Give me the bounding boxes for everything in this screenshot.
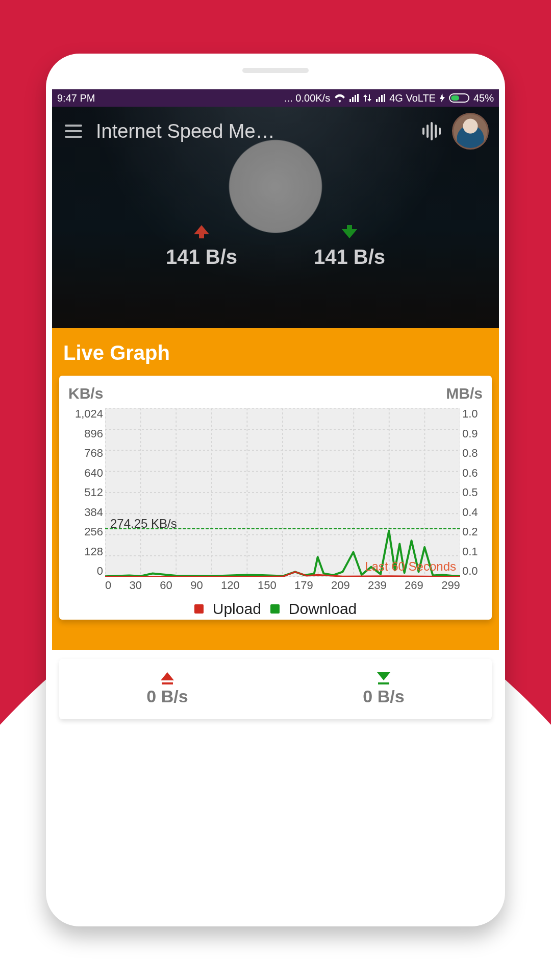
phone-screen: 9:47 PM ... 0.00K/s 4G VoLTE <box>52 89 499 911</box>
phone-speaker <box>242 68 309 73</box>
last-window-label: Last 60 Seconds <box>365 559 456 574</box>
bottom-download: 0 B/s <box>276 659 492 719</box>
signal2-icon <box>376 94 385 102</box>
reference-line <box>105 528 460 529</box>
data-arrows-icon <box>363 93 372 103</box>
charging-icon <box>440 93 445 103</box>
battery-icon <box>449 93 469 103</box>
avatar-button[interactable] <box>452 113 489 150</box>
current-download-value: 141 B/s <box>314 246 385 268</box>
current-download: 141 B/s <box>314 225 385 268</box>
chart-card: KB/s MB/s 1,0248967686405123842561280 1.… <box>59 376 492 620</box>
upload-arrow-icon <box>194 225 209 240</box>
current-upload: 141 B/s <box>166 225 237 268</box>
status-network-label: 4G VoLTE <box>389 92 436 104</box>
current-upload-value: 141 B/s <box>166 246 237 268</box>
os-status-bar: 9:47 PM ... 0.00K/s 4G VoLTE <box>52 89 499 107</box>
chart-legend: Upload Download <box>66 592 485 618</box>
app-title: Internet Speed Me… <box>96 120 411 142</box>
app-bar: Internet Speed Me… <box>52 107 499 156</box>
bottom-speed-card: 0 B/s 0 B/s <box>59 659 492 719</box>
live-graph-section: Live Graph KB/s MB/s 1,02489676864051238… <box>52 328 499 650</box>
wifi-icon <box>334 93 345 103</box>
right-axis-title: MB/s <box>446 385 483 402</box>
left-axis-title: KB/s <box>68 385 103 402</box>
phone-frame: 9:47 PM ... 0.00K/s 4G VoLTE <box>46 54 505 926</box>
section-title: Live Graph <box>52 328 499 376</box>
download-arrow-icon <box>342 225 357 240</box>
bottom-upload-value: 0 B/s <box>146 687 188 706</box>
status-netspeed: ... 0.00K/s <box>284 92 330 104</box>
download-mini-icon <box>377 672 390 684</box>
bottom-upload: 0 B/s <box>59 659 276 719</box>
upload-mini-icon <box>161 672 174 684</box>
bottom-download-value: 0 B/s <box>363 687 404 706</box>
hero-header: Internet Speed Me… 141 B/s 141 B/s <box>52 107 499 328</box>
chart-plot: 1,0248967686405123842561280 1.00.90.80.6… <box>66 408 485 577</box>
legend-download-label: Download <box>289 600 357 618</box>
legend-upload-swatch <box>194 604 204 614</box>
equalizer-icon[interactable] <box>422 122 441 140</box>
status-time: 9:47 PM <box>57 92 95 104</box>
legend-upload-label: Upload <box>213 600 261 618</box>
menu-button[interactable] <box>62 120 85 142</box>
current-speeds: 141 B/s 141 B/s <box>52 225 499 268</box>
signal-icon <box>349 94 359 102</box>
status-battery-percent: 45% <box>473 92 494 104</box>
legend-download-swatch <box>270 604 280 614</box>
